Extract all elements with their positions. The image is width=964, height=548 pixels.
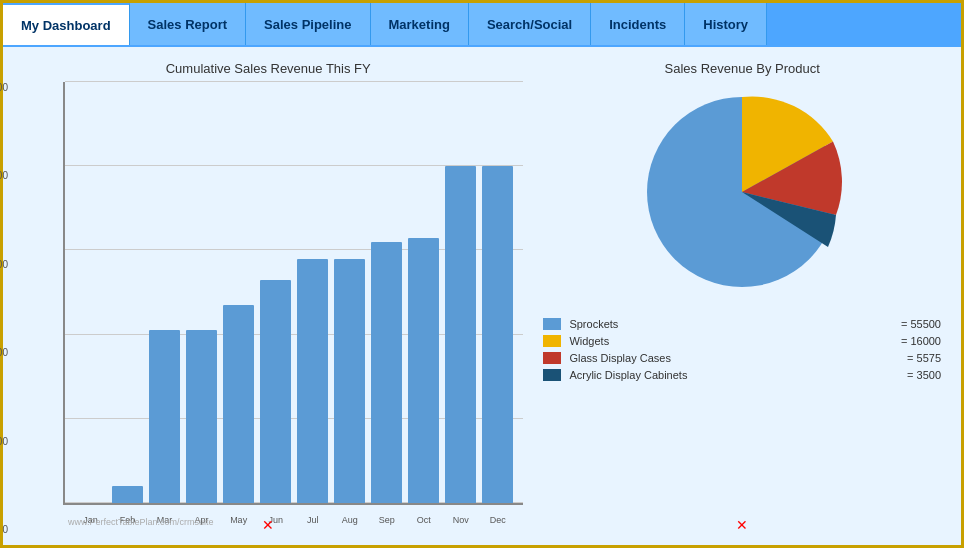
y-axis-labels: 020000400006000080000100000 (0, 82, 8, 535)
bar-chart-inner: JanFebMarAprMayJunJulAugSepOctNovDec (63, 82, 523, 505)
bar (334, 259, 365, 503)
tab-sales-report[interactable]: Sales Report (130, 3, 246, 45)
bar-group (260, 82, 291, 503)
bar-group (408, 82, 439, 503)
watermark: www.PerfectTablePlan.com/crmsuite (68, 517, 214, 527)
bar (112, 486, 143, 503)
bar-group (445, 82, 476, 503)
tab-search/social[interactable]: Search/Social (469, 3, 591, 45)
legend-value: = 5575 (907, 352, 941, 364)
bar-group (75, 82, 106, 503)
pie-chart-svg (632, 82, 852, 302)
y-label: 20000 (0, 436, 8, 447)
pie-chart-area (632, 82, 852, 302)
y-label: 100000 (0, 82, 8, 93)
x-label: Dec (482, 515, 513, 525)
bar (408, 238, 439, 503)
legend-value: = 55500 (901, 318, 941, 330)
legend-value: = 3500 (907, 369, 941, 381)
bar-group (482, 82, 513, 503)
x-label: Oct (408, 515, 439, 525)
tab-my-dashboard[interactable]: My Dashboard (3, 3, 130, 45)
bars-area (65, 82, 523, 503)
bar-group (149, 82, 180, 503)
legend-label: Widgets (569, 335, 893, 347)
legend-item: Sprockets= 55500 (543, 318, 941, 330)
tab-marketing[interactable]: Marketing (371, 3, 469, 45)
legend-value: = 16000 (901, 335, 941, 347)
legend-item: Widgets= 16000 (543, 335, 941, 347)
legend-color-box (543, 369, 561, 381)
bar-chart-title: Cumulative Sales Revenue This FY (166, 61, 371, 76)
legend-color-box (543, 352, 561, 364)
pie-legend: Sprockets= 55500Widgets= 16000Glass Disp… (533, 318, 951, 386)
x-label: Aug (334, 515, 365, 525)
bar (260, 280, 291, 503)
tab-sales-pipeline[interactable]: Sales Pipeline (246, 3, 370, 45)
bar (223, 305, 254, 503)
bar (482, 166, 513, 503)
bar (445, 166, 476, 503)
tab-incidents[interactable]: Incidents (591, 3, 685, 45)
main-content: Cumulative Sales Revenue This FY 0200004… (3, 47, 961, 545)
bar-chart-container: 020000400006000080000100000 JanFebMarApr… (13, 82, 523, 535)
pie-chart-section: Sales Revenue By Product (533, 57, 951, 535)
bar-group (334, 82, 365, 503)
legend-color-box (543, 335, 561, 347)
y-label: 40000 (0, 347, 8, 358)
y-label: 60000 (0, 259, 8, 270)
bar-group (371, 82, 402, 503)
y-label: 80000 (0, 170, 8, 181)
pie-chart-delete-button[interactable]: ✕ (736, 517, 748, 533)
x-label: Sep (371, 515, 402, 525)
bar-group (186, 82, 217, 503)
bar-group (297, 82, 328, 503)
pie-chart-title: Sales Revenue By Product (665, 61, 820, 76)
bar-group (223, 82, 254, 503)
legend-label: Sprockets (569, 318, 893, 330)
tab-history[interactable]: History (685, 3, 767, 45)
legend-item: Glass Display Cases= 5575 (543, 352, 941, 364)
x-label: Jul (297, 515, 328, 525)
bar-chart-delete-button[interactable]: ✕ (262, 517, 274, 533)
bar-chart-section: Cumulative Sales Revenue This FY 0200004… (13, 57, 523, 535)
tab-bar: My DashboardSales ReportSales PipelineMa… (3, 3, 961, 47)
bar (371, 242, 402, 503)
bar (186, 330, 217, 503)
y-label: 0 (0, 524, 8, 535)
bar (149, 330, 180, 503)
legend-label: Glass Display Cases (569, 352, 899, 364)
app-container: My DashboardSales ReportSales PipelineMa… (0, 0, 964, 548)
bar-group (112, 82, 143, 503)
legend-item: Acrylic Display Cabinets= 3500 (543, 369, 941, 381)
bar (297, 259, 328, 503)
legend-color-box (543, 318, 561, 330)
x-label: May (223, 515, 254, 525)
x-label: Nov (445, 515, 476, 525)
legend-label: Acrylic Display Cabinets (569, 369, 899, 381)
